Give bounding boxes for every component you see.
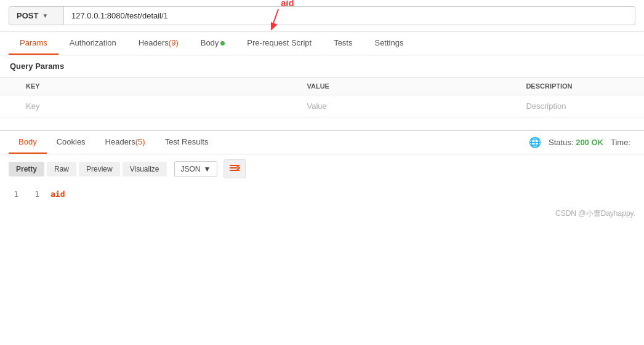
code-key-value: aid [50,189,65,199]
col-key-header: KEY [17,77,298,95]
row-value-placeholder[interactable]: Value [298,95,517,117]
format-preview-btn[interactable]: Preview [79,162,120,176]
time-label: Time: [611,138,630,147]
col-desc-header: DESCRIPTION [517,77,644,95]
query-params-title: Query Params [0,55,644,77]
wrap-icon [229,163,240,173]
row-key-placeholder[interactable]: Key [17,95,298,117]
url-bar: POST ▼ [0,0,644,32]
status-label: Status: 200 OK [549,138,603,147]
url-input[interactable] [64,6,635,25]
json-dropdown-chevron: ▼ [204,165,211,173]
body-dot [220,41,225,46]
col-number: 1 [30,189,39,199]
headers-badge: (9) [169,38,179,47]
method-chevron: ▼ [42,12,48,19]
top-tab-row: Params Authorization Headers(9) Body Pre… [0,32,644,55]
json-format-dropdown[interactable]: JSON ▼ [174,161,218,177]
format-visualize-btn[interactable]: Visualize [123,162,167,176]
json-format-label: JSON [181,165,201,173]
tab-params[interactable]: Params [9,32,58,55]
tab-headers[interactable]: Headers(9) [127,32,190,55]
bottom-tab-headers[interactable]: Headers(5) [95,131,155,154]
format-raw-btn[interactable]: Raw [47,162,76,176]
params-table: KEY VALUE DESCRIPTION Key Value Descript… [0,77,644,117]
tab-tests[interactable]: Tests [323,32,363,55]
bottom-tab-cookies[interactable]: Cookies [47,131,95,154]
bottom-tab-testresults[interactable]: Test Results [155,131,219,154]
col-value-header: VALUE [298,77,517,95]
line-number: 1 [9,189,18,199]
method-select[interactable]: POST ▼ [9,6,64,25]
code-area: 1 1 aid [0,183,644,205]
tab-authorization[interactable]: Authorization [58,32,127,55]
tab-prerequest[interactable]: Pre-request Script [236,32,323,55]
bottom-panel: Body Cookies Headers(5) Test Results 🌐 S… [0,130,644,223]
globe-icon[interactable]: 🌐 [529,137,541,148]
table-row: Key Value Description [0,95,644,117]
status-value: 200 OK [576,138,603,147]
format-pretty-btn[interactable]: Pretty [9,162,44,176]
tab-settings[interactable]: Settings [363,32,414,55]
method-label: POST [17,11,38,20]
status-area: 🌐 Status: 200 OK Time: [529,137,635,148]
bottom-tab-row: Body Cookies Headers(5) Test Results 🌐 S… [0,131,644,154]
code-line-1: 1 1 aid [9,189,635,199]
wrap-button[interactable] [223,159,246,178]
tab-body[interactable]: Body [190,32,236,55]
col-check-header [0,77,17,95]
row-check [0,95,17,117]
watermark: CSDN @小曹Dayhappy. [0,205,644,223]
format-row: Pretty Raw Preview Visualize JSON ▼ [0,154,644,183]
row-desc-placeholder[interactable]: Description [517,95,644,117]
bottom-headers-badge: (5) [135,137,145,146]
bottom-tab-body[interactable]: Body [9,131,47,154]
